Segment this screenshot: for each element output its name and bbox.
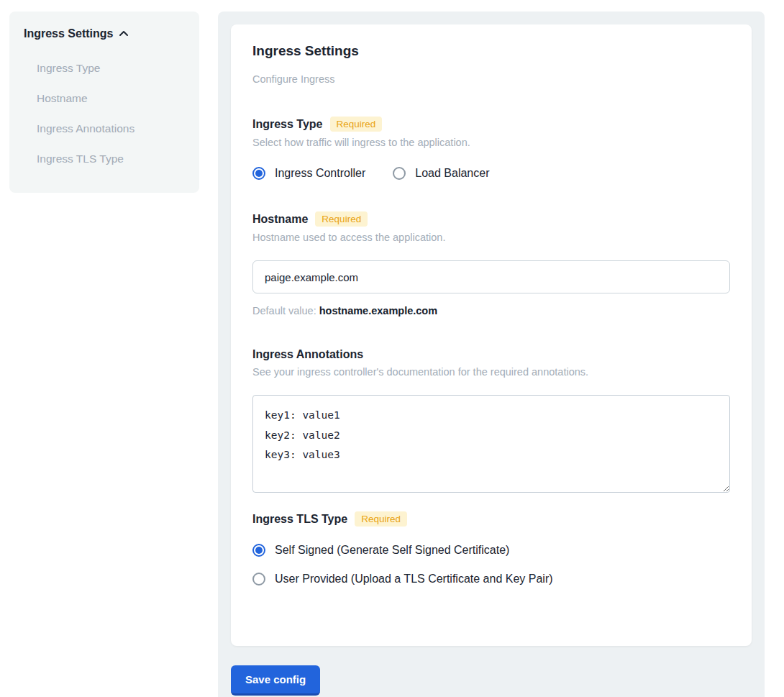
section-ingress-tls-type: Ingress TLS Type Required Self Signed (G…	[252, 511, 730, 586]
sidebar: Ingress Settings Ingress Type Hostname I…	[9, 12, 199, 193]
load-balancer-radio-label: Load Balancer	[415, 167, 489, 180]
user-provided-radio[interactable]	[252, 573, 265, 586]
self-signed-radio[interactable]	[252, 544, 265, 557]
chevron-up-icon	[119, 29, 129, 39]
required-badge: Required	[355, 511, 407, 527]
hostname-help: Hostname used to access the application.	[252, 232, 730, 243]
self-signed-radio-label: Self Signed (Generate Self Signed Certif…	[275, 544, 509, 557]
sidebar-item-ingress-annotations[interactable]: Ingress Annotations	[24, 114, 185, 144]
sidebar-item-ingress-type[interactable]: Ingress Type	[24, 53, 185, 83]
card-title: Ingress Settings	[252, 43, 730, 59]
radio-option-user-provided[interactable]: User Provided (Upload a TLS Certificate …	[252, 573, 730, 586]
ingress-controller-radio-label: Ingress Controller	[275, 167, 365, 180]
card-subtitle: Configure Ingress	[252, 73, 730, 85]
sidebar-nav: Ingress Type Hostname Ingress Annotation…	[24, 53, 185, 174]
ingress-type-options: Ingress Controller Load Balancer	[252, 167, 730, 180]
sidebar-group-title: Ingress Settings	[24, 27, 113, 40]
sidebar-item-ingress-tls-type[interactable]: Ingress TLS Type	[24, 144, 185, 174]
ingress-type-help: Select how traffic will ingress to the a…	[252, 137, 730, 148]
hostname-default-value: Default value: hostname.example.com	[252, 305, 730, 316]
radio-option-load-balancer[interactable]: Load Balancer	[393, 167, 489, 180]
ingress-settings-card: Ingress Settings Configure Ingress Ingre…	[231, 24, 752, 646]
ingress-annotations-label: Ingress Annotations	[252, 348, 363, 361]
sidebar-item-hostname[interactable]: Hostname	[24, 83, 185, 114]
save-config-button[interactable]: Save config	[231, 665, 320, 696]
required-badge: Required	[315, 211, 368, 227]
ingress-controller-radio[interactable]	[252, 167, 265, 180]
main-panel: Ingress Settings Configure Ingress Ingre…	[218, 12, 765, 697]
user-provided-radio-label: User Provided (Upload a TLS Certificate …	[275, 573, 553, 586]
required-badge: Required	[330, 117, 383, 132]
sidebar-group-ingress-settings[interactable]: Ingress Settings	[24, 27, 185, 40]
default-value-text: hostname.example.com	[319, 305, 437, 316]
ingress-type-label: Ingress Type	[252, 118, 323, 131]
ingress-tls-type-options: Self Signed (Generate Self Signed Certif…	[252, 544, 730, 586]
section-ingress-type: Ingress Type Required Select how traffic…	[252, 117, 730, 180]
hostname-input[interactable]	[252, 260, 730, 293]
ingress-annotations-textarea[interactable]: key1: value1 key2: value2 key3: value3	[252, 395, 730, 493]
page: Ingress Settings Ingress Type Hostname I…	[0, 0, 784, 697]
section-hostname: Hostname Required Hostname used to acces…	[252, 211, 730, 316]
radio-option-self-signed[interactable]: Self Signed (Generate Self Signed Certif…	[252, 544, 730, 557]
section-ingress-annotations: Ingress Annotations See your ingress con…	[252, 348, 730, 496]
ingress-tls-type-label: Ingress TLS Type	[252, 513, 347, 526]
hostname-label: Hostname	[252, 213, 308, 226]
default-value-prefix: Default value:	[252, 305, 316, 316]
ingress-annotations-help: See your ingress controller's documentat…	[252, 366, 730, 378]
radio-option-ingress-controller[interactable]: Ingress Controller	[252, 167, 365, 180]
load-balancer-radio[interactable]	[393, 167, 406, 180]
